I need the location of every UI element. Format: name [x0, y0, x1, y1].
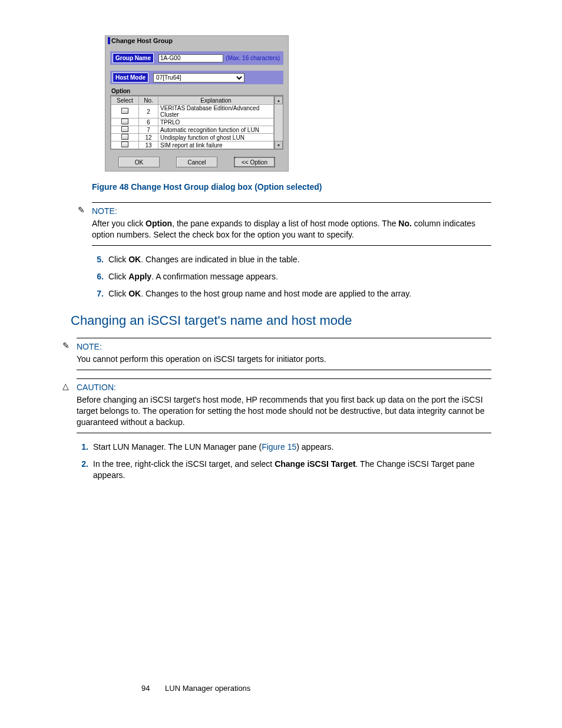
host-mode-row: Host Mode 07[Tru64]: [110, 71, 283, 84]
max-chars-text: (Max. 16 characters): [226, 55, 281, 61]
option-scrollbar[interactable]: ▲ ▼: [274, 96, 283, 149]
host-mode-label: Host Mode: [113, 73, 148, 83]
step-number: 1.: [77, 442, 88, 453]
page-footer: 94 LUN Manager operations: [141, 684, 250, 693]
group-name-label: Group Name: [113, 53, 154, 63]
note-icon: ✎: [62, 341, 70, 350]
checkbox[interactable]: [121, 134, 128, 140]
list-item: 6.Click Apply. A confirmation message ap…: [92, 271, 491, 282]
checkbox[interactable]: [121, 108, 128, 114]
title-accent-bar: [108, 37, 110, 44]
table-row: 2VERITAS Database Edition/Advanced Clust…: [111, 105, 274, 118]
section-heading: Changing an iSCSI target's name and host…: [71, 313, 491, 328]
figure-caption: Figure 48 Change Host Group dialog box (…: [92, 182, 491, 192]
group-name-input[interactable]: [158, 54, 223, 62]
col-select: Select: [111, 97, 139, 105]
change-host-group-dialog: Change Host Group Group Name (Max. 16 ch…: [105, 35, 289, 172]
step-number: 7.: [92, 288, 104, 299]
note-body: You cannot perform this operation on iSC…: [77, 354, 491, 365]
scroll-up-icon[interactable]: ▲: [275, 96, 283, 104]
host-mode-select[interactable]: 07[Tru64]: [153, 73, 244, 83]
ok-button[interactable]: OK: [118, 157, 160, 167]
note-body: After you click Option, the pane expands…: [92, 218, 491, 241]
list-item: 1.Start LUN Manager. The LUN Manager pan…: [77, 442, 491, 453]
cancel-button[interactable]: Cancel: [176, 157, 217, 167]
caution-body: Before changing an iSCSI target's host m…: [77, 394, 491, 428]
note-heading: NOTE:: [92, 206, 491, 216]
option-table: Select No. Explanation 2VERITAS Database…: [111, 96, 274, 149]
list-item: 2.In the tree, right-click the iSCSI tar…: [77, 459, 491, 481]
table-row: 6TPRLO: [111, 118, 274, 126]
table-row: 7Automatic recognition function of LUN: [111, 126, 274, 134]
figure-link[interactable]: Figure 15: [262, 442, 296, 452]
step-number: 6.: [92, 271, 104, 282]
page-number: 94: [141, 684, 150, 693]
scroll-down-icon[interactable]: ▼: [275, 141, 283, 149]
checkbox[interactable]: [121, 141, 128, 147]
caution-icon: △: [62, 381, 69, 391]
caution-heading: CAUTION:: [77, 383, 491, 392]
col-explanation: Explanation: [158, 97, 274, 105]
note-block: ✎ NOTE: After you click Option, the pane…: [92, 202, 491, 246]
note-icon: ✎: [78, 205, 85, 215]
list-item: 5.Click OK. Changes are indicated in blu…: [92, 254, 491, 265]
group-name-row: Group Name (Max. 16 characters): [110, 51, 283, 65]
col-no: No.: [139, 97, 158, 105]
footer-title: LUN Manager operations: [165, 684, 250, 693]
note-block: ✎ NOTE: You cannot perform this operatio…: [77, 338, 491, 370]
option-section-label: Option: [110, 88, 283, 95]
step-number: 5.: [92, 254, 104, 265]
checkbox[interactable]: [121, 126, 128, 132]
option-table-wrap: Select No. Explanation 2VERITAS Database…: [110, 95, 283, 150]
dialog-button-row: OK Cancel << Option: [105, 157, 288, 167]
option-table-header-row: Select No. Explanation: [111, 97, 274, 105]
list-item: 7.Click OK. Changes to the host group na…: [92, 288, 491, 299]
caution-block: △ CAUTION: Before changing an iSCSI targ…: [77, 378, 491, 433]
option-section: Option Select No. Explanation 2VERITAS D…: [110, 88, 283, 150]
dialog-titlebar: Change Host Group: [105, 36, 288, 45]
table-row: 13SIM report at link failure: [111, 141, 274, 149]
option-toggle-button[interactable]: << Option: [234, 157, 275, 167]
note-heading: NOTE:: [77, 342, 491, 351]
steps-list-b: 1.Start LUN Manager. The LUN Manager pan…: [77, 442, 491, 481]
dialog-title-text: Change Host Group: [111, 37, 173, 44]
step-number: 2.: [77, 459, 88, 481]
checkbox[interactable]: [121, 118, 128, 124]
steps-list-a: 5.Click OK. Changes are indicated in blu…: [92, 254, 491, 299]
table-row: 12Undisplay function of ghost LUN: [111, 134, 274, 141]
